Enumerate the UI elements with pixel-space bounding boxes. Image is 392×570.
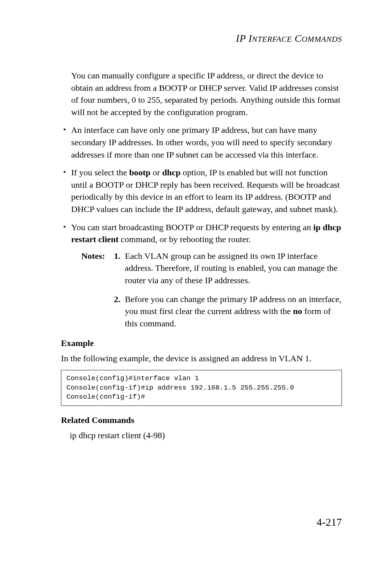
related-item: ip dhcp restart client (4-98) — [70, 429, 342, 442]
bullet-text-post: command, or by rebooting the router. — [119, 235, 251, 244]
note-row-1: Notes: 1. Each VLAN group can be assigne… — [81, 250, 342, 287]
bullet-text-pre: You can start broadcasting BOOTP or DHCP… — [71, 223, 313, 232]
note-text-2: Before you can change the primary IP add… — [125, 293, 342, 330]
notes-block: Notes: 1. Each VLAN group can be assigne… — [81, 250, 342, 330]
note-number-2: 2. — [114, 293, 125, 330]
code-block: Console(config)#interface vlan 1 Console… — [61, 370, 342, 406]
bullet-text: An interface can have only one primary I… — [71, 125, 332, 159]
bullet-item-1: An interface can have only one primary I… — [61, 124, 342, 161]
page-header: IP INTERFACE COMMANDS — [61, 33, 342, 44]
notes-label: Notes: — [81, 250, 114, 287]
bold-bootp: bootp — [129, 168, 151, 177]
related-heading: Related Commands — [61, 415, 342, 425]
note-text-1: Each VLAN group can be assigned its own … — [125, 250, 342, 287]
bullet-text-mid: or — [151, 168, 162, 177]
document-page: IP INTERFACE COMMANDS You can manually c… — [0, 0, 392, 463]
bullet-item-2: If you select the bootp or dhcp option, … — [61, 167, 342, 215]
example-intro: In the following example, the device is … — [61, 353, 342, 365]
bullet-item-3: You can start broadcasting BOOTP or DHCP… — [61, 221, 342, 330]
intro-paragraph: You can manually configure a specific IP… — [71, 70, 342, 118]
bullet-text-pre: If you select the — [71, 168, 129, 177]
note-row-2: Notes: 2. Before you can change the prim… — [81, 293, 342, 330]
note-number-1: 1. — [114, 250, 125, 287]
bold-dhcp: dhcp — [162, 168, 181, 177]
example-heading: Example — [61, 338, 342, 348]
bullet-list: An interface can have only one primary I… — [61, 124, 342, 330]
page-number: 4-217 — [317, 516, 342, 528]
bold-no: no — [293, 306, 302, 316]
